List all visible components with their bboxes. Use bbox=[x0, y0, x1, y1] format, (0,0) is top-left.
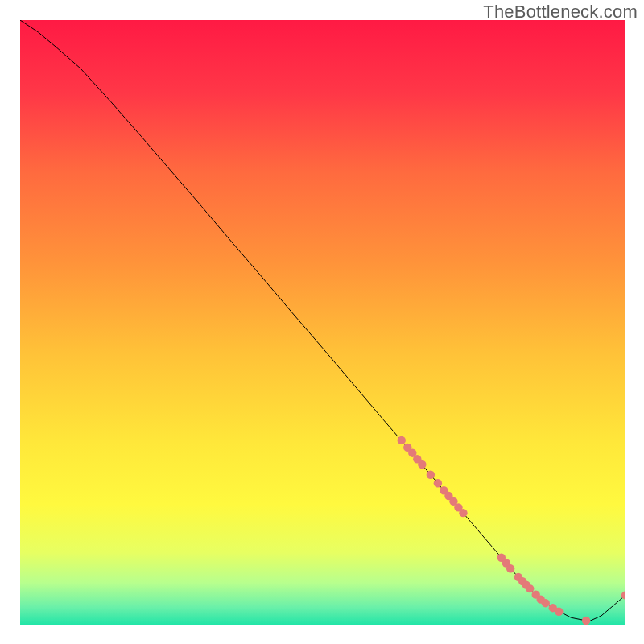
plot-area bbox=[20, 20, 625, 625]
marker-dot bbox=[434, 479, 442, 487]
marker-dot bbox=[459, 509, 467, 517]
chart-svg bbox=[20, 20, 625, 625]
marker-dot bbox=[418, 460, 426, 469]
marker-dot bbox=[398, 436, 406, 444]
marker-dot bbox=[526, 584, 534, 592]
marker-dot bbox=[582, 617, 590, 625]
chart-frame: TheBottleneck.com bbox=[0, 0, 644, 644]
gradient-background bbox=[20, 20, 625, 625]
marker-dot bbox=[542, 599, 550, 607]
marker-dot bbox=[427, 471, 435, 479]
marker-dot bbox=[555, 608, 563, 616]
marker-dot bbox=[506, 564, 514, 572]
